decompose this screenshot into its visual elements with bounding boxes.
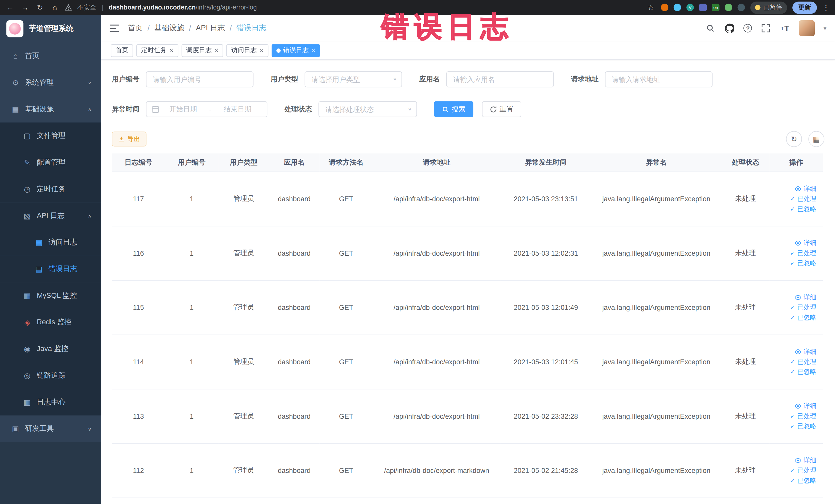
sidebar-item-5[interactable]: ◷定时任务 [0,176,101,203]
sidebar-item-7[interactable]: ▤访问日志 [0,229,101,256]
sidebar-item-6[interactable]: ▧API 日志∧ [0,202,101,229]
mark-ignored-button[interactable]: ✓已忽略 [772,313,816,322]
close-tab-icon[interactable]: × [311,47,315,54]
paused-badge[interactable]: 已暂停 [750,1,787,14]
mark-processed-button[interactable]: ✓已处理 [772,302,816,312]
sidebar-item-12[interactable]: ◎链路追踪 [0,362,101,389]
user-avatar[interactable] [799,20,815,36]
request-url-input[interactable] [605,72,713,87]
home-button[interactable]: ⌂ [50,3,60,12]
user-id-input[interactable] [146,72,253,87]
eye-icon [794,294,801,301]
sidebar-item-14[interactable]: ▣研发工具∨ [0,416,101,442]
kebab-menu-icon[interactable]: ⋮ [822,3,830,12]
export-button-label: 导出 [127,135,140,143]
tab-3[interactable]: 访问日志× [226,44,268,57]
refresh-list-button[interactable]: ↻ [786,131,802,147]
mark-ignored-button[interactable]: ✓已忽略 [772,421,816,431]
mark-ignored-button[interactable]: ✓已忽略 [772,204,816,214]
cell-method: GET [320,389,373,443]
column-settings-button[interactable]: ▦ [808,131,824,147]
fullscreen-icon[interactable] [761,23,771,33]
detail-button[interactable]: 详细 [772,455,816,465]
reset-button[interactable]: 重置 [482,101,522,117]
table-row-115: 1151管理员dashboardGET/api/infra/db-doc/exp… [112,280,823,335]
forward-button[interactable]: → [20,3,30,12]
paused-badge-label: 已暂停 [763,3,782,12]
detail-button[interactable]: 详细 [772,238,816,248]
close-tab-icon[interactable]: × [214,47,219,54]
screenshot-stage: ← → ↻ ⌂ 不安全 | dashboard.yudao.iocoder.cn… [0,0,835,504]
mark-processed-button[interactable]: ✓已处理 [772,357,816,367]
breadcrumb-item-3[interactable]: 错误日志 [237,23,266,33]
detail-button[interactable]: 详细 [772,401,816,411]
export-button[interactable]: 导出 [112,132,147,146]
mark-ignored-button[interactable]: ✓已忽略 [772,476,816,485]
filter-label-user-id: 用户编号 [112,75,140,84]
sidebar-item-9[interactable]: ▦MySQL 监控 [0,282,101,309]
reload-button[interactable]: ↻ [35,3,45,12]
sidebar-item-1[interactable]: ⚙系统管理∨ [0,69,101,96]
sidebar-item-4[interactable]: ✎配置管理 [0,149,101,176]
bookmark-star-icon[interactable]: ☆ [646,3,656,12]
sidebar-item-10[interactable]: ◈Redis 监控 [0,309,101,336]
github-icon[interactable] [725,23,735,33]
tab-2[interactable]: 调度日志× [182,44,223,57]
caret-down-icon[interactable]: ▾ [823,25,826,32]
sidebar-item-11[interactable]: ◉Java 监控 [0,336,101,362]
user-type-select[interactable]: ∨ [305,72,402,87]
extension-icon-7[interactable] [737,4,745,11]
mark-processed-button[interactable]: ✓已处理 [772,248,816,258]
breadcrumb-item-1[interactable]: 基础设施 [154,23,184,33]
address-bar[interactable]: dashboard.yudao.iocoder.cn/infra/log/api… [108,4,257,11]
sidebar-item-8[interactable]: ▤错误日志 [0,256,101,282]
sidebar-item-2[interactable]: ▤基础设施∧ [0,96,101,122]
mark-ignored-button[interactable]: ✓已忽略 [772,258,816,268]
process-status-select[interactable]: ∨ [319,101,417,117]
update-button[interactable]: 更新 [792,1,817,14]
cell-exception: java.lang.IllegalArgumentException [591,443,721,498]
sidebar-item-13[interactable]: ▥日志中心 [0,389,101,416]
breadcrumb-item-2[interactable]: API 日志 [196,23,225,33]
extension-icon-3[interactable]: V [686,4,694,11]
tab-0[interactable]: 首页 [111,44,133,57]
tab-1[interactable]: 定时任务× [136,44,178,57]
extension-icon-1[interactable] [661,4,668,11]
extension-icon-6[interactable] [725,4,732,11]
close-tab-icon[interactable]: × [169,47,174,54]
detail-button[interactable]: 详细 [772,347,816,357]
hamburger-icon[interactable] [109,24,119,32]
cell-id: 115 [112,280,165,335]
back-button[interactable]: ← [5,3,15,12]
detail-button[interactable]: 详细 [772,292,816,302]
sidebar-item-0[interactable]: ⌂首页 [0,43,101,69]
mark-ignored-button[interactable]: ✓已忽略 [772,367,816,377]
font-size-icon[interactable]: TT [780,23,790,33]
breadcrumb-item-0[interactable]: 首页 [128,23,143,33]
mark-processed-button[interactable]: ✓已处理 [772,411,816,421]
sidebar-item-label: 访问日志 [48,238,77,247]
mark-processed-button[interactable]: ✓已处理 [772,194,816,204]
help-icon[interactable]: ? [744,24,752,32]
check-icon: ✓ [790,367,795,377]
process-status-select-input[interactable] [319,101,417,117]
search-button[interactable]: 搜索 [434,101,474,117]
mark-processed-button[interactable]: ✓已处理 [772,465,816,475]
refresh-icon [490,106,497,113]
security-label[interactable]: 不安全 [77,3,97,12]
chevron-down-icon: ∨ [88,80,91,85]
access-log-icon: ▤ [34,238,44,246]
exception-time-range-picker[interactable]: 开始日期 - 结束日期 [146,101,267,117]
row-actions: 详细✓已处理✓已忽略 [770,389,823,443]
extension-icon-4[interactable] [699,4,707,11]
app-name-input[interactable] [446,72,554,87]
detail-button[interactable]: 详细 [772,184,816,194]
extension-icon-5[interactable]: on [712,4,719,11]
extension-icon-2[interactable] [674,4,681,11]
search-icon[interactable] [705,23,716,33]
tab-4[interactable]: 错误日志× [271,44,320,57]
user-type-select-input[interactable] [305,72,402,87]
close-tab-icon[interactable]: × [260,47,264,54]
filter-user-type: 用户类型 ∨ [270,72,402,87]
sidebar-item-3[interactable]: ▢文件管理 [0,122,101,149]
